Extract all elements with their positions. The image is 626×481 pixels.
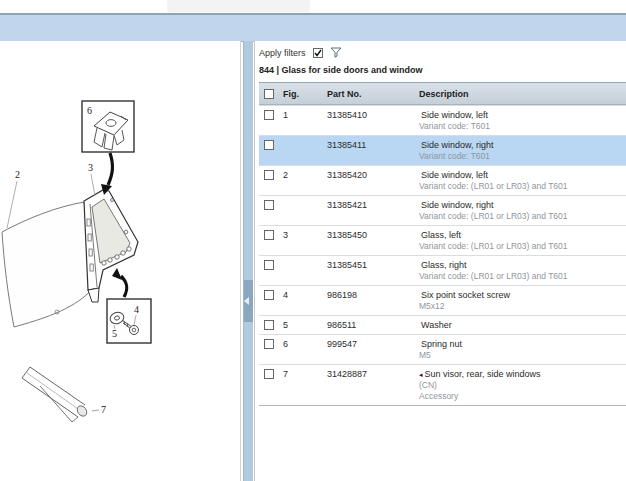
col-header-description[interactable]: Description [419, 89, 626, 99]
part-no-cell[interactable]: 31385420 [327, 170, 419, 180]
description-cell: Glass, right Variant code: (LR01 or LR03… [419, 260, 626, 282]
parts-table: Fig. Part No. Description 1 31385410 Sid… [259, 82, 626, 406]
part-no-cell[interactable]: 31385411 [327, 140, 419, 150]
callout-6: 6 [87, 105, 92, 116]
description-detail: Variant code: (LR01 or LR03) and T601 [419, 211, 626, 222]
description-text: Side window, right [421, 140, 494, 150]
description-text: Glass, right [421, 260, 467, 270]
apply-filters-checkbox[interactable] [313, 48, 323, 58]
description-cell: Side window, left Variant code: (LR01 or… [419, 170, 626, 192]
description-cell: Six point socket screw M5x12 [419, 290, 626, 312]
table-header: Fig. Part No. Description [259, 82, 626, 105]
parts-list-panel: Apply filters 844 | Glass for side doors… [254, 41, 626, 481]
description-detail: Variant code: T601 [419, 151, 626, 162]
row-checkbox[interactable] [264, 290, 274, 300]
filters-row: Apply filters [259, 45, 626, 61]
arrow-45-to-frame [121, 276, 127, 297]
part-no-cell[interactable]: 986198 [327, 290, 419, 300]
screw-head [130, 326, 139, 335]
filter-funnel-icon[interactable] [330, 47, 342, 60]
fig-cell: 4 [283, 290, 327, 300]
description-details: (CN)Accessory [419, 380, 626, 402]
description-cell: Glass, left Variant code: (LR01 or LR03)… [419, 230, 626, 252]
part-no-cell[interactable]: 31428887 [327, 369, 419, 379]
description-detail: Variant code: (LR01 or LR03) and T601 [419, 241, 626, 252]
row-checkbox[interactable] [264, 140, 274, 150]
description-details: Variant code: (LR01 or LR03) and T601 [419, 241, 626, 252]
description-detail: Variant code: (LR01 or LR03) and T601 [419, 271, 626, 282]
row-checkbox[interactable] [264, 230, 274, 240]
app-window: 6 3 2 4 [0, 0, 626, 481]
part-no-cell[interactable]: 31385421 [327, 200, 419, 210]
splitter-handle[interactable] [244, 280, 253, 322]
row-checkbox[interactable] [264, 260, 274, 270]
description-text: Spring nut [421, 339, 462, 349]
table-row[interactable]: 31385421 Side window, right Variant code… [259, 195, 626, 225]
part-no-cell[interactable]: 31385450 [327, 230, 419, 240]
select-all-checkbox[interactable] [264, 89, 274, 99]
col-header-part-no[interactable]: Part No. [327, 89, 419, 99]
arrow-6-to-frame [108, 153, 112, 185]
description-cell: ◂Sun visor, rear, side windows (CN)Acces… [419, 369, 626, 402]
description-detail: M5x12 [419, 301, 626, 312]
description-cell: Side window, left Variant code: T601 [419, 110, 626, 132]
description-cell: Washer [419, 320, 626, 331]
description-text: Side window, right [421, 200, 494, 210]
fig-cell: 2 [283, 170, 327, 180]
table-row[interactable]: 2 31385420 Side window, left Variant cod… [259, 165, 626, 195]
row-checkbox[interactable] [264, 339, 274, 349]
fig-cell: 3 [283, 230, 327, 240]
expand-marker-icon: ◂ [419, 371, 423, 378]
panel-splitter[interactable] [243, 41, 253, 481]
description-text: Side window, left [421, 170, 488, 180]
fig-cell: 1 [283, 110, 327, 120]
callout-2: 2 [15, 169, 20, 180]
diagram-panel: 6 3 2 4 [0, 41, 241, 481]
description-text: Side window, left [421, 110, 488, 120]
description-detail: Variant code: T601 [419, 121, 626, 132]
table-row[interactable]: 7 31428887 ◂Sun visor, rear, side window… [259, 364, 626, 405]
fig-cell: 5 [283, 320, 327, 330]
description-details: Variant code: T601 [419, 121, 626, 132]
description-cell: Side window, right Variant code: (LR01 o… [419, 200, 626, 222]
table-row[interactable]: 5 986511 Washer [259, 315, 626, 334]
description-details: Variant code: (LR01 or LR03) and T601 [419, 211, 626, 222]
top-toolbar-band [0, 13, 626, 42]
table-row[interactable]: 1 31385410 Side window, left Variant cod… [259, 105, 626, 135]
fig-cell: 7 [283, 369, 327, 379]
callout-7: 7 [101, 404, 106, 415]
callout-4: 4 [134, 304, 139, 315]
table-row[interactable]: 31385411 Side window, right Variant code… [259, 135, 626, 165]
frame-tail [88, 288, 99, 302]
row-checkbox[interactable] [264, 320, 274, 330]
description-text: Six point socket screw [421, 290, 510, 300]
table-row[interactable]: 3 31385450 Glass, left Variant code: (LR… [259, 225, 626, 255]
description-detail: (CN) [419, 380, 626, 391]
part-no-cell[interactable]: 986511 [327, 320, 419, 330]
row-checkbox[interactable] [264, 170, 274, 180]
top-chrome-remnant [167, 0, 310, 12]
collapse-left-icon [244, 297, 249, 305]
part-no-cell[interactable]: 31385451 [327, 260, 419, 270]
description-cell: Side window, right Variant code: T601 [419, 140, 626, 162]
part-no-cell[interactable]: 31385410 [327, 110, 419, 120]
description-text: Glass, left [421, 230, 461, 240]
fig-cell: 6 [283, 339, 327, 349]
table-row[interactable]: 31385451 Glass, right Variant code: (LR0… [259, 255, 626, 285]
description-details: M5 [419, 350, 626, 361]
description-detail: M5 [419, 350, 626, 361]
section-title: 844 | Glass for side doors and window [259, 65, 626, 79]
checkmark-icon [314, 49, 322, 57]
row-checkbox[interactable] [264, 110, 274, 120]
table-row[interactable]: 6 999547 Spring nut M5 [259, 334, 626, 364]
description-details: Variant code: T601 [419, 151, 626, 162]
apply-filters-label: Apply filters [259, 48, 306, 58]
part-no-cell[interactable]: 999547 [327, 339, 419, 349]
table-row[interactable]: 4 986198 Six point socket screw M5x12 [259, 285, 626, 315]
row-checkbox[interactable] [264, 200, 274, 210]
row-checkbox[interactable] [264, 369, 274, 379]
description-details: M5x12 [419, 301, 626, 312]
description-text: Sun visor, rear, side windows [425, 369, 541, 379]
door-glass-outline [2, 202, 95, 327]
col-header-fig[interactable]: Fig. [283, 89, 327, 99]
